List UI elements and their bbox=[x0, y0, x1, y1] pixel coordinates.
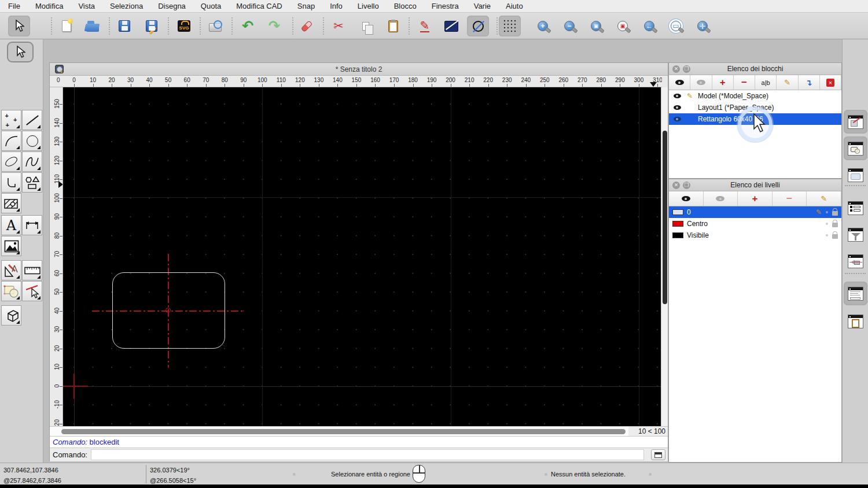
svg-export-icon[interactable]: SVG bbox=[173, 16, 195, 36]
drawing-canvas[interactable] bbox=[63, 87, 662, 426]
horizontal-scrollbar-thumb[interactable] bbox=[61, 429, 626, 434]
hide-all-blocks-button[interactable] bbox=[690, 75, 712, 90]
line-properties-icon[interactable] bbox=[440, 16, 462, 36]
menu-seleziona[interactable]: Seleziona bbox=[110, 2, 143, 10]
save-icon[interactable] bbox=[113, 16, 135, 36]
open-file-icon[interactable] bbox=[82, 16, 104, 36]
remove-layer-button[interactable]: − bbox=[773, 191, 807, 206]
spline-tool[interactable] bbox=[22, 151, 42, 172]
hatch-tool[interactable] bbox=[1, 193, 21, 213]
clipboard-dock-button[interactable] bbox=[844, 309, 867, 333]
layer-color-swatch[interactable] bbox=[672, 209, 683, 215]
layer-color-swatch[interactable] bbox=[672, 232, 683, 238]
insert-block-button[interactable]: ↴ bbox=[799, 75, 820, 90]
property-editor-dock-button[interactable] bbox=[844, 196, 867, 220]
pen-palette-dock-button[interactable] bbox=[844, 249, 867, 273]
command-input[interactable] bbox=[91, 449, 644, 460]
remove-block-button[interactable]: − bbox=[734, 75, 755, 90]
menu-disegna[interactable]: Disegna bbox=[158, 2, 186, 10]
pan-icon[interactable]: ✛ bbox=[692, 16, 713, 36]
pen-icon[interactable]: ✎ bbox=[414, 16, 436, 36]
save-as-icon[interactable] bbox=[141, 16, 163, 36]
menu-modifica-cad[interactable]: Modifica CAD bbox=[236, 2, 282, 10]
add-layer-button[interactable]: + bbox=[738, 191, 773, 206]
menu-vista[interactable]: Vista bbox=[78, 2, 95, 10]
circle-tool[interactable] bbox=[22, 131, 42, 151]
selection-filter-dock-button[interactable] bbox=[844, 223, 867, 246]
copy-icon[interactable] bbox=[355, 16, 377, 36]
delete-block-entities-button[interactable]: × bbox=[820, 75, 841, 90]
modify-tool[interactable] bbox=[1, 260, 21, 280]
eraser-icon[interactable] bbox=[296, 16, 318, 36]
block-list-dock-button[interactable] bbox=[844, 110, 867, 134]
new-file-icon[interactable] bbox=[56, 16, 78, 36]
close-icon[interactable]: ✕ bbox=[672, 182, 680, 189]
menu-quota[interactable]: Quota bbox=[201, 2, 221, 10]
menu-varie[interactable]: Varie bbox=[474, 2, 491, 10]
zoom-out-icon[interactable]: − bbox=[558, 16, 580, 36]
visibility-toggle[interactable] bbox=[672, 94, 682, 98]
points-tool[interactable]: +++ bbox=[1, 110, 21, 130]
edit-block-button[interactable]: ✎ bbox=[777, 75, 798, 90]
layer-color-swatch[interactable] bbox=[672, 221, 683, 227]
float-icon[interactable]: ❐ bbox=[683, 182, 690, 189]
edit-layer-button[interactable]: ✎ bbox=[807, 191, 841, 206]
zoom-window-icon[interactable]: ▭ bbox=[665, 16, 687, 36]
horizontal-scrollbar[interactable] bbox=[50, 427, 628, 437]
text-tool[interactable]: A bbox=[1, 215, 21, 235]
library-browser-dock-button[interactable] bbox=[844, 163, 867, 187]
zoom-redraw-icon[interactable]: ▣ bbox=[612, 16, 634, 36]
ellipse-tool[interactable] bbox=[1, 151, 21, 172]
vertical-scrollbar-thumb[interactable] bbox=[663, 131, 667, 304]
block-row[interactable]: ✎Model (*Model_Space) bbox=[669, 90, 841, 102]
polyline-tool[interactable] bbox=[1, 172, 21, 193]
menu-blocco[interactable]: Blocco bbox=[394, 2, 417, 10]
drawing-title-bar[interactable]: * Senza titolo 2 bbox=[50, 63, 668, 76]
add-block-button[interactable]: + bbox=[712, 75, 734, 90]
layer-row[interactable]: 0✎ bbox=[669, 206, 841, 218]
layer-list-dock-button[interactable] bbox=[844, 136, 867, 160]
hide-all-layers-button[interactable] bbox=[704, 191, 738, 206]
close-icon[interactable]: ✕ bbox=[672, 65, 680, 73]
lock-icon[interactable] bbox=[832, 223, 838, 227]
paste-icon[interactable] bbox=[382, 16, 404, 36]
vertical-scrollbar[interactable] bbox=[661, 87, 668, 426]
menu-livello[interactable]: Livello bbox=[358, 2, 379, 10]
select-arrow-icon[interactable] bbox=[8, 16, 30, 36]
redo-icon[interactable]: ↷ bbox=[263, 16, 285, 36]
zoom-auto-icon[interactable]: ▣ bbox=[585, 16, 607, 36]
visibility-toggle[interactable] bbox=[672, 117, 682, 121]
grid-toggle-icon[interactable] bbox=[499, 16, 521, 36]
menu-snap[interactable]: Snap bbox=[297, 2, 315, 10]
lock-icon[interactable] bbox=[832, 234, 838, 239]
menu-aiuto[interactable]: Aiuto bbox=[506, 2, 523, 10]
draft-mode-icon[interactable] bbox=[467, 16, 489, 36]
command-line-dock-button[interactable] bbox=[844, 282, 867, 305]
layer-row[interactable]: Visibile bbox=[669, 230, 841, 241]
selection-arrow-tool[interactable] bbox=[7, 42, 34, 62]
measure-tool[interactable] bbox=[22, 260, 42, 280]
layer-row[interactable]: Centro bbox=[669, 218, 841, 230]
solid-3d-tool[interactable] bbox=[1, 305, 21, 326]
deselect-tool[interactable] bbox=[22, 281, 42, 301]
zoom-in-icon[interactable]: + bbox=[532, 16, 554, 36]
cut-icon[interactable]: ✂ bbox=[328, 16, 350, 36]
rename-block-button[interactable]: a|b bbox=[755, 75, 777, 90]
menu-info[interactable]: Info bbox=[330, 2, 343, 10]
line-tool[interactable] bbox=[22, 110, 42, 130]
detach-command-button[interactable] bbox=[651, 449, 665, 460]
show-all-layers-button[interactable] bbox=[669, 191, 704, 206]
undo-icon[interactable]: ↶ bbox=[237, 16, 259, 36]
arc-tool[interactable] bbox=[1, 131, 21, 151]
show-all-blocks-button[interactable] bbox=[669, 75, 690, 90]
dimension-tool[interactable] bbox=[22, 215, 42, 235]
lock-icon[interactable] bbox=[832, 211, 838, 216]
menu-modifica[interactable]: Modifica bbox=[35, 2, 63, 10]
image-tool[interactable] bbox=[1, 236, 21, 256]
print-preview-icon[interactable] bbox=[204, 16, 226, 36]
float-icon[interactable]: ❐ bbox=[683, 65, 690, 73]
select-region-tool[interactable] bbox=[1, 281, 21, 301]
menu-finestra[interactable]: Finestra bbox=[432, 2, 459, 10]
polygon-tool[interactable] bbox=[22, 172, 42, 193]
block-row[interactable]: Rettangolo 60x40 R6 bbox=[669, 113, 841, 125]
